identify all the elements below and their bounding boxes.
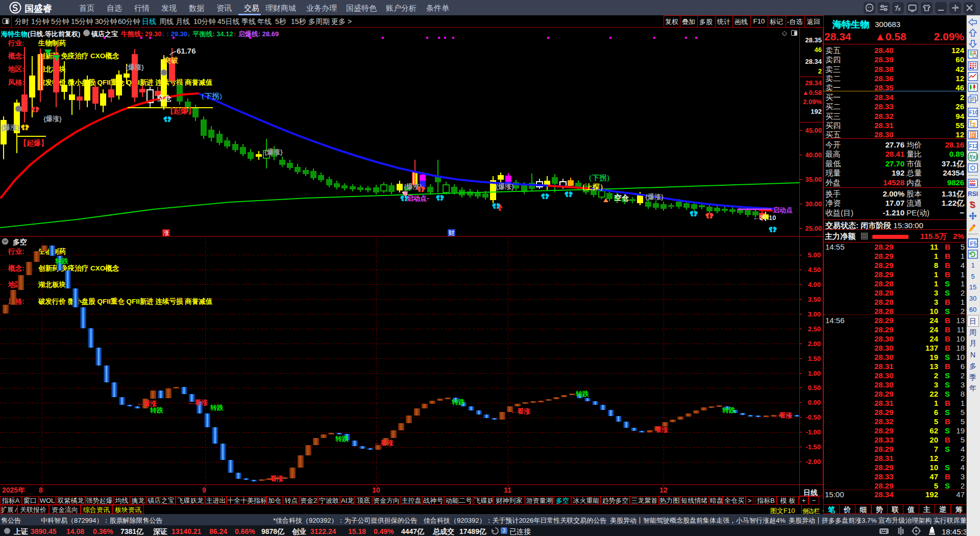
svg-text:转跌: 转跌 bbox=[722, 406, 736, 414]
svg-text:←看涨: ←看涨 bbox=[263, 475, 284, 482]
svg-text:创新药 免疫治疗 CXO概念: 创新药 免疫治疗 CXO概念 bbox=[38, 52, 119, 60]
svg-text:湖北板块: 湖北板块 bbox=[38, 281, 66, 288]
svg-text:←看涨: ←看涨 bbox=[374, 439, 394, 447]
svg-text:←看涨: ←看涨 bbox=[510, 407, 531, 415]
svg-text:转跌: 转跌 bbox=[451, 398, 465, 406]
svg-text:自: 自 bbox=[971, 132, 976, 138]
svg-text:←看涨: ←看涨 bbox=[648, 426, 669, 433]
svg-text:{爆涨}: {爆涨} bbox=[126, 63, 144, 71]
svg-text:生物制药: 生物制药 bbox=[38, 39, 66, 47]
svg-text:←看涨: ←看涨 bbox=[188, 399, 208, 406]
svg-text:（上探）: （上探） bbox=[578, 183, 607, 191]
svg-text:涨: 涨 bbox=[163, 229, 169, 236]
svg-text:转跌: 转跌 bbox=[55, 257, 68, 265]
svg-text:启动点-: 启动点- bbox=[406, 194, 429, 202]
svg-text:概念:: 概念: bbox=[8, 264, 24, 272]
svg-text:破发行价 微小盘股 QFII重仓 QFII新进 连续亏损 商: 破发行价 微小盘股 QFII重仓 QFII新进 连续亏损 商誉减值 bbox=[38, 298, 213, 305]
svg-text:{爆涨}: {爆涨} bbox=[645, 193, 664, 201]
svg-text:风格:: 风格: bbox=[8, 79, 24, 86]
svg-text:转跌: 转跌 bbox=[575, 390, 589, 398]
svg-text:←27.10: ←27.10 bbox=[753, 214, 776, 222]
svg-text:行业:: 行业: bbox=[8, 248, 24, 255]
svg-text:f(x): f(x) bbox=[969, 154, 977, 160]
svg-text:行业:: 行业: bbox=[8, 39, 24, 47]
svg-text:x: x bbox=[897, 6, 901, 12]
svg-text:61.76: 61.76 bbox=[177, 46, 196, 55]
svg-text:（下拐）: （下拐） bbox=[585, 174, 614, 182]
svg-text:【起爆】: 【起爆】 bbox=[19, 139, 48, 147]
svg-text:转跌: 转跌 bbox=[210, 404, 224, 411]
svg-text:财: 财 bbox=[449, 229, 455, 236]
svg-text:空仓: 空仓 bbox=[157, 94, 172, 102]
svg-text:空仓: 空仓 bbox=[615, 193, 629, 202]
svg-text:F12: F12 bbox=[969, 143, 978, 149]
svg-text:F10: F10 bbox=[969, 110, 978, 115]
svg-text:地区:: 地区: bbox=[8, 65, 24, 73]
svg-text:F5: F5 bbox=[970, 240, 977, 247]
svg-text:创新药 免疫治疗 CXO概念: 创新药 免疫治疗 CXO概念 bbox=[38, 264, 119, 272]
svg-text:（下拐）: （下拐） bbox=[198, 92, 226, 100]
svg-text:←看涨: ←看涨 bbox=[772, 411, 793, 419]
svg-text:{爆涨}: {爆涨} bbox=[43, 115, 62, 123]
svg-text:多空: 多空 bbox=[13, 238, 27, 246]
svg-text:{爆涨}: {爆涨} bbox=[264, 148, 283, 156]
svg-text:转跌: 转跌 bbox=[335, 435, 349, 443]
svg-text:转跌: 转跌 bbox=[150, 406, 163, 414]
svg-text:{爆涨}: {爆涨} bbox=[496, 183, 514, 190]
svg-text:{爆涨}: {爆涨} bbox=[1, 124, 19, 131]
svg-text:概念:: 概念: bbox=[8, 52, 24, 60]
svg-text:启动点: 启动点 bbox=[772, 206, 793, 214]
svg-text:【起爆】: 【起爆】 bbox=[166, 107, 195, 115]
svg-text:突破: 突破 bbox=[163, 56, 179, 64]
